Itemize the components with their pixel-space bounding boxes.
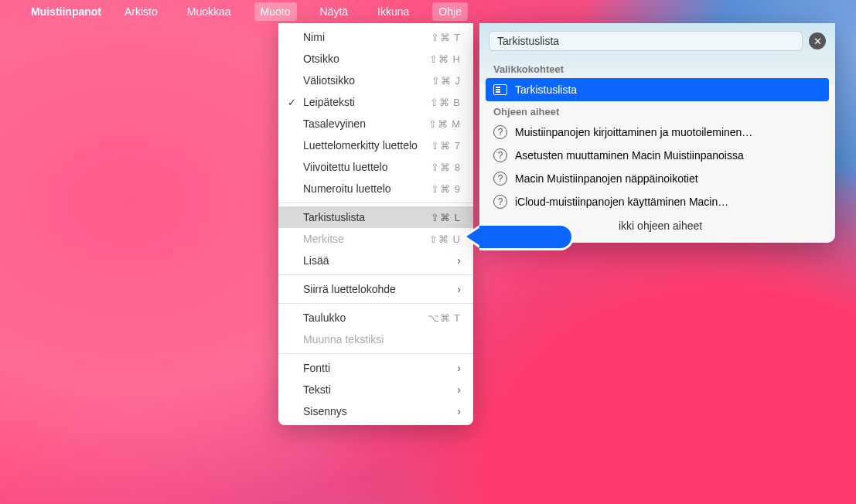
help-popover: ✕ Valikkokohteet Tarkistuslista Ohjeen a… — [479, 23, 835, 243]
format-item-checklist[interactable]: Tarkistuslista ⇧⌘ L — [278, 206, 473, 228]
help-topic[interactable]: ? iCloud-muistiinpanojen käyttäminen Mac… — [479, 190, 835, 213]
help-section-menu-items: Valikkokohteet — [479, 59, 835, 78]
help-search-input[interactable] — [489, 31, 803, 51]
format-item-bulleted[interactable]: Luettelomerkitty luettelo ⇧⌘ 7 — [278, 135, 473, 156]
separator — [278, 203, 473, 203]
close-icon[interactable]: ✕ — [809, 32, 826, 49]
menu-label: Muunna tekstiksi — [303, 333, 461, 346]
menu-label: Tasalevyinen — [303, 117, 428, 130]
help-item-label: iCloud-muistiinpanojen käyttäminen Macin… — [515, 196, 728, 208]
format-item-subheading[interactable]: Väliotsikko ⇧⌘ J — [278, 70, 473, 91]
menu-view[interactable]: Näytä — [314, 2, 355, 21]
menu-label: Väliotsikko — [303, 74, 431, 87]
format-item-font[interactable]: Fontti › — [278, 357, 473, 379]
help-search-row: ✕ — [479, 23, 835, 59]
shortcut: ⇧⌘ L — [431, 212, 461, 223]
menu-edit[interactable]: Muokkaa — [181, 2, 237, 21]
question-icon: ? — [493, 148, 507, 162]
format-item-body[interactable]: ✓ Leipäteksti ⇧⌘ B — [278, 91, 473, 113]
format-item-move-list-item[interactable]: Siirrä luettelokohde › — [278, 278, 473, 300]
shortcut: ⇧⌘ B — [430, 97, 461, 108]
menu-label: Numeroitu luettelo — [303, 182, 431, 195]
format-dropdown: Nimi ⇧⌘ T Otsikko ⇧⌘ H Väliotsikko ⇧⌘ J … — [278, 23, 473, 425]
menu-file[interactable]: Arkisto — [118, 2, 164, 21]
app-menu[interactable]: Muistiinpanot — [31, 5, 101, 18]
shortcut: ⇧⌘ T — [431, 32, 461, 43]
help-section-topics: Ohjeen aiheet — [479, 101, 835, 121]
chevron-right-icon: › — [457, 405, 461, 417]
format-item-heading[interactable]: Otsikko ⇧⌘ H — [278, 48, 473, 70]
menu-label: Siirrä luettelokohde — [303, 283, 457, 295]
format-item-title[interactable]: Nimi ⇧⌘ T — [278, 26, 473, 48]
menu-label: Leipäteksti — [303, 96, 430, 108]
format-item-text[interactable]: Teksti › — [278, 379, 473, 400]
menu-label: Fontti — [303, 362, 457, 374]
help-item-label: Tarkistuslista — [515, 83, 577, 96]
format-item-monospaced[interactable]: Tasalevyinen ⇧⌘ M — [278, 113, 473, 135]
shortcut: ⇧⌘ U — [429, 233, 461, 245]
chevron-right-icon: › — [457, 283, 461, 295]
shortcut: ⌥⌘ T — [428, 312, 461, 324]
menu-label: Merkitse — [303, 233, 429, 245]
chevron-right-icon: › — [457, 362, 461, 374]
menu-label: Otsikko — [303, 53, 429, 65]
menu-label: Taulukko — [303, 312, 428, 324]
format-item-more[interactable]: Lisää › — [278, 250, 473, 271]
shortcut: ⇧⌘ H — [429, 53, 461, 65]
help-topic[interactable]: ? Macin Muistiinpanojen näppäinoikotiet — [479, 167, 835, 190]
format-item-indent[interactable]: Sisennys › — [278, 400, 473, 422]
format-item-numbered[interactable]: Numeroitu luettelo ⇧⌘ 9 — [278, 178, 473, 199]
help-item-label: Asetusten muuttaminen Macin Muistiinpano… — [515, 149, 744, 162]
question-icon: ? — [493, 172, 507, 186]
menu-icon — [493, 84, 507, 95]
menu-window[interactable]: Ikkuna — [371, 2, 415, 21]
question-icon: ? — [493, 195, 507, 209]
menu-label: Luettelomerkitty luettelo — [303, 139, 431, 152]
shortcut: ⇧⌘ 9 — [431, 183, 461, 195]
shortcut: ⇧⌘ J — [431, 75, 461, 87]
shortcut: ⇧⌘ 8 — [431, 162, 461, 173]
menu-label: Nimi — [303, 31, 431, 43]
help-menu-hit-checklist[interactable]: Tarkistuslista — [486, 78, 829, 101]
menu-help[interactable]: Ohje — [432, 2, 468, 21]
menu-format[interactable]: Muoto — [254, 2, 297, 21]
question-icon: ? — [493, 125, 507, 139]
separator — [278, 274, 473, 275]
help-topic[interactable]: ? Muistiinpanojen kirjoittaminen ja muot… — [479, 121, 835, 144]
help-item-label: Muistiinpanojen kirjoittaminen ja muotoi… — [515, 126, 752, 138]
menu-label: Sisennys — [303, 405, 457, 417]
chevron-right-icon: › — [457, 383, 461, 396]
format-item-dashed[interactable]: Viivoitettu luettelo ⇧⌘ 8 — [278, 156, 473, 178]
format-item-mark: Merkitse ⇧⌘ U — [278, 228, 473, 250]
separator — [278, 353, 473, 354]
shortcut: ⇧⌘ M — [428, 118, 461, 130]
chevron-right-icon: › — [457, 254, 461, 267]
format-item-table[interactable]: Taulukko ⌥⌘ T — [278, 307, 473, 329]
menu-label: Teksti — [303, 383, 457, 396]
checkmark-icon: ✓ — [288, 97, 296, 108]
help-item-label: Macin Muistiinpanojen näppäinoikotiet — [515, 172, 698, 185]
shortcut: ⇧⌘ 7 — [431, 140, 461, 152]
menu-label: Tarkistuslista — [303, 211, 431, 223]
menu-label: Viivoitettu luettelo — [303, 161, 431, 173]
help-topic[interactable]: ? Asetusten muuttaminen Macin Muistiinpa… — [479, 144, 835, 167]
help-pointer-callout — [462, 223, 574, 250]
separator — [278, 303, 473, 304]
menu-label: Lisää — [303, 254, 457, 267]
format-item-convert-text: Muunna tekstiksi — [278, 329, 473, 350]
menubar: Muistiinpanot Arkisto Muokkaa Muoto Näyt… — [0, 0, 856, 23]
